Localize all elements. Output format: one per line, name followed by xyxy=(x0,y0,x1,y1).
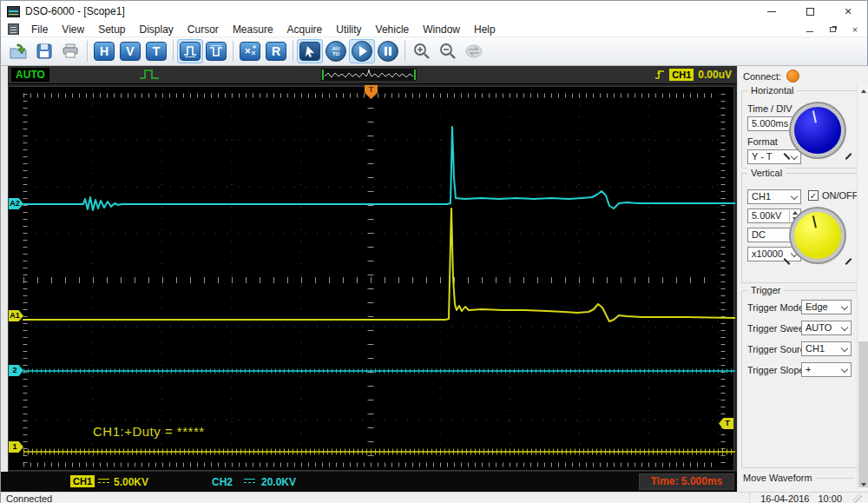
control-panel: Connect: Horizontal Time / DIV 5.000ms F… xyxy=(737,66,868,492)
trigger-mode-select[interactable]: Edge xyxy=(801,300,852,314)
horizontal-position-knob[interactable] xyxy=(794,107,841,154)
trigger-sweep-label: Trigger Sweep xyxy=(747,323,809,334)
zoom-in-icon xyxy=(413,43,431,60)
trigger-level-value: 0.00uV xyxy=(698,69,732,81)
title-bar: DSO-6000 - [Scope1] × xyxy=(1,1,867,22)
close-button[interactable]: × xyxy=(829,1,867,22)
resize-grip[interactable] xyxy=(852,493,862,503)
h-label: H xyxy=(94,42,115,61)
vertical-group: Vertical CH1 ✓ ON/OFF 5.00kV DC x10000 xyxy=(741,173,858,283)
trigger-mode-label: Trigger Mode xyxy=(747,302,804,313)
channel-onoff[interactable]: ✓ ON/OFF xyxy=(808,190,858,201)
trigger-source-select[interactable]: CH1 xyxy=(801,341,852,356)
menu-utility[interactable]: Utility xyxy=(329,23,368,36)
cursor-button[interactable] xyxy=(297,39,323,63)
scope-left-margin xyxy=(1,66,8,472)
menu-measure[interactable]: Measure xyxy=(226,23,280,36)
calibration-button[interactable] xyxy=(237,39,263,63)
v-label: V xyxy=(120,42,141,61)
t-label: T xyxy=(146,42,167,61)
chevron-down-icon xyxy=(791,153,798,160)
menu-acquire[interactable]: Acquire xyxy=(280,23,330,36)
horizontal-group-title: Horizontal xyxy=(747,85,798,96)
ch1-main-trace xyxy=(23,208,735,321)
trigger-button[interactable]: T xyxy=(143,39,169,63)
waveform-preview[interactable] xyxy=(320,68,418,82)
mdi-close-button[interactable]: × xyxy=(848,23,862,36)
up-arrow-icon xyxy=(792,211,798,215)
probe-select[interactable]: x10000 xyxy=(747,247,801,261)
pulse-negative-button[interactable] xyxy=(203,39,229,63)
format-label: Format xyxy=(747,136,778,147)
panel-scrollbar[interactable] xyxy=(857,85,868,490)
toolbar: H V T R xyxy=(1,37,867,66)
format-select[interactable]: Y - T xyxy=(747,149,801,164)
spinner-arrows[interactable] xyxy=(789,210,799,222)
zoom-in-button[interactable] xyxy=(409,39,435,63)
time-div-select[interactable]: 5.000ms xyxy=(747,116,801,131)
down-arrow-icon xyxy=(861,483,866,486)
menu-help[interactable]: Help xyxy=(467,23,503,36)
mdi-restore-button[interactable] xyxy=(825,23,839,36)
menu-file[interactable]: File xyxy=(24,23,55,36)
pulse-indicator-icon xyxy=(138,68,161,85)
scope-display[interactable]: CH1:+Duty = ***** A2A121TT xyxy=(8,86,734,471)
maximize-button[interactable] xyxy=(791,1,829,22)
horizontal-button[interactable]: H xyxy=(91,39,117,63)
scroll-down-button[interactable] xyxy=(858,479,868,490)
scroll-up-button[interactable] xyxy=(858,85,868,96)
play-icon xyxy=(352,41,372,62)
trigger-slope-select[interactable]: + xyxy=(801,362,852,377)
reference-button[interactable]: R xyxy=(263,39,289,63)
pause-button[interactable] xyxy=(375,39,401,63)
chevron-down-icon xyxy=(841,324,848,331)
datetime-section: 16-04-2016 10:00 xyxy=(749,493,868,503)
waveform-svg xyxy=(9,87,735,472)
move-waveform-group: Move Waveform xyxy=(743,473,854,483)
onoff-label: ON/OFF xyxy=(822,190,858,201)
open-button[interactable] xyxy=(5,39,31,63)
window-title: DSO-6000 - [Scope1] xyxy=(25,5,125,17)
move-waveform-label: Move Waveform xyxy=(743,473,812,483)
channel-readout-bar: CH1 5.00KV CH2 20.0KV Time: 5.000ms xyxy=(1,472,737,492)
pulse-positive-button[interactable] xyxy=(177,39,203,63)
channel-select[interactable]: CH1 xyxy=(747,189,801,204)
connect-status-indicator xyxy=(786,69,799,83)
print-button[interactable] xyxy=(57,39,83,63)
status-time: 10:00 xyxy=(818,493,842,503)
cross-arrows-icon xyxy=(243,44,257,58)
menu-view[interactable]: View xyxy=(55,23,91,36)
checkbox-checked-icon[interactable]: ✓ xyxy=(808,190,819,201)
trigger-group: Trigger Trigger Mode Edge Trigger Sweep … xyxy=(741,290,858,468)
menu-setup[interactable]: Setup xyxy=(91,23,132,36)
menu-window[interactable]: Window xyxy=(416,23,467,36)
save-button[interactable] xyxy=(31,39,57,63)
trigger-sweep-select[interactable]: AUTO xyxy=(801,321,852,335)
timebase-readout: Time: 5.000ms xyxy=(639,473,734,490)
printer-icon xyxy=(62,43,78,59)
document-icon xyxy=(8,23,19,35)
connect-label: Connect: xyxy=(743,71,781,82)
menu-display[interactable]: Display xyxy=(133,23,181,36)
r-label: R xyxy=(266,42,286,61)
mdi-minimize-button[interactable] xyxy=(803,23,817,36)
transfer-button xyxy=(461,39,487,63)
coupling-select[interactable]: DC xyxy=(747,228,801,242)
run-button[interactable] xyxy=(349,39,375,63)
menu-cursor[interactable]: Cursor xyxy=(181,23,226,36)
status-bar: Connected 16-04-2016 10:00 xyxy=(1,492,868,503)
minimize-button[interactable] xyxy=(753,1,791,22)
horizontal-group: Horizontal Time / DIV 5.000ms Format Y -… xyxy=(741,90,858,169)
vertical-button[interactable]: V xyxy=(117,39,143,63)
ch1-chip: CH1 xyxy=(70,475,95,487)
scrollbar-thumb[interactable] xyxy=(858,341,868,487)
volts-div-spinner[interactable]: 5.00kV xyxy=(747,208,801,223)
vertical-position-knob[interactable] xyxy=(794,212,841,259)
measurement-annotation: CH1:+Duty = ***** xyxy=(93,424,205,439)
connection-status: Connected xyxy=(1,493,52,503)
zoom-out-button[interactable] xyxy=(435,39,461,63)
menu-vehicle[interactable]: Vehicle xyxy=(369,23,417,36)
trigger-channel-chip: CH1 xyxy=(669,69,694,81)
negative-pulse-icon xyxy=(209,44,223,58)
auto-setup-button[interactable]: AUTO xyxy=(323,39,349,63)
